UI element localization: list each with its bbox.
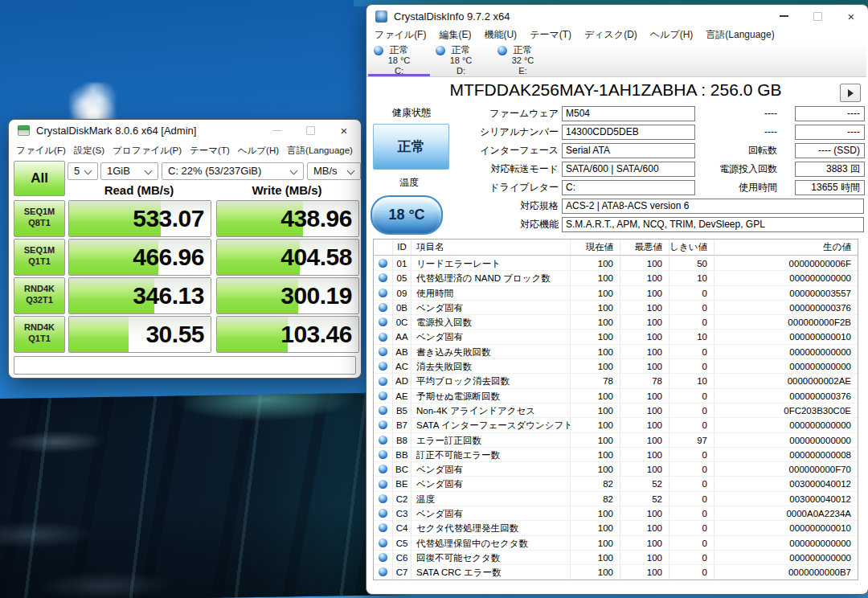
cdm-write-value: 300.19 xyxy=(280,278,352,313)
smart-cell: Non-4K アラインドアクセス xyxy=(411,403,570,417)
cdm-menu-item-3[interactable]: プロファイル(P) xyxy=(108,145,186,157)
smart-table-row[interactable]: BCベンダ固有1001000000000000F70 xyxy=(374,461,858,476)
smart-table-row[interactable]: C4セクタ代替処理発生回数1001000000000000010 xyxy=(374,520,858,535)
smart-cell: 100 xyxy=(570,433,620,447)
smart-cell: AA xyxy=(392,330,411,343)
cdm-menu-item-2[interactable]: 設定(S) xyxy=(70,145,108,157)
field-label: インターフェース xyxy=(415,143,559,158)
cdm-titlebar[interactable]: CrystalDiskMark 8.0.6 x64 [Admin] × xyxy=(9,120,361,141)
cdi-disk-model-title: MTFDDAK256MAY-1AH1ZABHA : 256.0 GB xyxy=(399,80,833,100)
smart-cell: ベンダ固有 xyxy=(411,301,570,314)
cdm-row-label-Q1T1[interactable]: SEQ1MQ1T1 xyxy=(14,239,65,276)
smart-cell: 100 xyxy=(570,389,620,403)
smart-table-row[interactable]: C6回復不可能セクタ数1001000000000000000 xyxy=(374,550,858,564)
smart-cell: 52 xyxy=(620,477,669,490)
cdm-read-cell: 30.55 xyxy=(68,316,211,353)
smart-cell: BB xyxy=(392,448,411,461)
cdi-maximize-button[interactable] xyxy=(800,5,834,27)
smart-table-row[interactable]: 09使用時間1001000000000003557 xyxy=(374,285,858,300)
cdi-window-title: CrystalDiskInfo 9.7.2 x64 xyxy=(394,10,510,23)
smart-cell: 100 xyxy=(620,506,669,520)
smart-cell: 書き込み失敗回数 xyxy=(411,345,570,358)
smart-table-row[interactable]: AE予期せぬ電源断回数1001000000000000376 xyxy=(374,388,858,403)
smart-table-row[interactable]: C7SATA CRC エラー数10010000000000000B7 xyxy=(374,564,858,579)
drive-tab-E[interactable]: 正常32 °CE: xyxy=(492,43,554,76)
smart-table-row[interactable]: AC消去失敗回数1001000000000000000 xyxy=(374,358,858,373)
smart-table-row[interactable]: 01リードエラーレート1001005000000000006F xyxy=(374,256,858,270)
smart-cell: 100 xyxy=(570,462,620,476)
cdi-titlebar[interactable]: CrystalDiskInfo 9.7.2 x64 × xyxy=(366,5,868,27)
smart-table-row[interactable]: 0C電源投入回数1001000000000000F2B xyxy=(374,314,858,329)
cdm-menu-item-6[interactable]: 言語(Language) xyxy=(283,145,357,157)
smart-table-row[interactable]: B7SATA インターフェースダウンシフト1001000000000000000 xyxy=(374,417,858,432)
smart-cell: 100 xyxy=(620,551,669,564)
attribute-status-orb-icon xyxy=(379,539,387,547)
smart-table-row[interactable]: BEベンダ固有82520003000040012 xyxy=(374,476,858,490)
cdm-test-count-select[interactable]: 5 xyxy=(68,162,98,180)
cdm-menu-item-1[interactable]: ファイル(F) xyxy=(12,145,70,157)
cdi-menu-item-5[interactable]: ディスク(D) xyxy=(578,28,644,42)
smart-cell: 100 xyxy=(620,521,669,535)
smart-cell: 回復不可能セクタ数 xyxy=(411,551,570,564)
cdm-write-cell: 300.19 xyxy=(216,277,359,314)
cdm-minimize-button[interactable] xyxy=(260,120,293,141)
smart-cell: 10 xyxy=(669,271,714,285)
smart-cell: 代替処理保留中のセクタ数 xyxy=(411,536,570,550)
chevron-down-icon xyxy=(84,167,92,175)
smart-header-cell: 項目名 xyxy=(411,240,570,255)
smart-cell: 0B xyxy=(392,301,411,314)
cdi-menu-item-3[interactable]: 機能(U) xyxy=(477,28,523,42)
smart-table-row[interactable]: BB訂正不可能エラー数1001000000000000008 xyxy=(374,447,858,461)
smart-table-row[interactable]: AD平均ブロック消去回数7878100000000002AE xyxy=(374,373,858,387)
attribute-status-orb-icon xyxy=(379,333,387,342)
cdi-menu-item-4[interactable]: テーマ(T) xyxy=(523,28,578,42)
smart-cell: 000000003557 xyxy=(714,286,858,300)
smart-table-row[interactable]: C5代替処理保留中のセクタ数1001000000000000000 xyxy=(374,535,858,550)
smart-cell: 100 xyxy=(570,403,620,417)
attribute-status-orb-icon xyxy=(379,303,387,312)
cdm-menu-item-5[interactable]: ヘルプ(H) xyxy=(234,145,283,157)
cdm-row-label-Q8T1[interactable]: SEQ1MQ8T1 xyxy=(14,200,65,237)
smart-table-row[interactable]: C3ベンダ固有10010000000A0A2234A xyxy=(374,506,858,520)
right-field-label: 電源投入回数 xyxy=(672,162,777,177)
cdi-minimize-button[interactable] xyxy=(767,5,800,27)
cdi-menu-item-6[interactable]: ヘルプ(H) xyxy=(644,28,700,42)
cdi-menu-item-7[interactable]: 言語(Language) xyxy=(699,28,780,42)
smart-cell: C2 xyxy=(392,492,411,506)
cdi-menu-item-2[interactable]: 編集(E) xyxy=(432,28,477,42)
smart-cell: 100 xyxy=(570,271,620,285)
smart-cell: 000000000000 xyxy=(714,345,858,358)
smart-table-row[interactable]: B8エラー訂正回数10010097000000000000 xyxy=(374,432,858,447)
smart-cell: 82 xyxy=(570,477,620,490)
smart-cell: 97 xyxy=(669,433,714,447)
drive-tab-C[interactable]: 正常18 °CC: xyxy=(368,43,430,76)
smart-cell: C4 xyxy=(392,521,411,535)
cdm-row-label-Q32T1[interactable]: RND4KQ32T1 xyxy=(14,277,65,314)
smart-table-row[interactable]: C2温度82520003000040012 xyxy=(374,491,858,506)
cdm-unit-select[interactable]: MB/s xyxy=(307,162,361,180)
cdm-write-value: 438.96 xyxy=(280,201,352,236)
cdm-menu-item-4[interactable]: テーマ(T) xyxy=(186,145,234,157)
smart-cell: 0000A0A2234A xyxy=(714,506,858,520)
cdm-comment-box[interactable] xyxy=(14,356,356,375)
cdm-target-drive-select[interactable]: C: 22% (53/237GiB) xyxy=(162,162,304,180)
smart-cell: 0 xyxy=(669,345,714,358)
cdi-close-button[interactable]: × xyxy=(834,5,868,27)
drive-tab-D[interactable]: 正常18 °CD: xyxy=(430,43,492,76)
cdm-close-button[interactable]: × xyxy=(327,120,361,141)
smart-table-row[interactable]: AB書き込み失敗回数1001000000000000000 xyxy=(374,344,858,358)
smart-table-row[interactable]: B5Non-4K アラインドアクセス10010000FC203B30C0E xyxy=(374,403,858,417)
cdm-maximize-button[interactable] xyxy=(293,120,327,141)
smart-cell: 100 xyxy=(620,389,669,403)
cdm-test-size-select[interactable]: 1GiB xyxy=(100,162,158,180)
cdi-next-disk-button[interactable] xyxy=(840,84,861,102)
smart-table-row[interactable]: 05代替処理済の NAND ブロック数10010010000000000000 xyxy=(374,270,858,285)
cdm-row-label-Q1T1[interactable]: RND4KQ1T1 xyxy=(14,316,65,353)
smart-cell: 0000000000B7 xyxy=(714,565,858,579)
smart-cell: 50 xyxy=(669,256,714,270)
smart-table-row[interactable]: AAベンダ固有10010010000000000010 xyxy=(374,329,858,343)
smart-table-row[interactable]: 0Bベンダ固有1001000000000000376 xyxy=(374,300,858,314)
smart-cell: 0 xyxy=(669,286,714,300)
cdm-all-button[interactable]: All xyxy=(14,161,65,196)
cdi-menu-item-1[interactable]: ファイル(F) xyxy=(368,28,432,42)
